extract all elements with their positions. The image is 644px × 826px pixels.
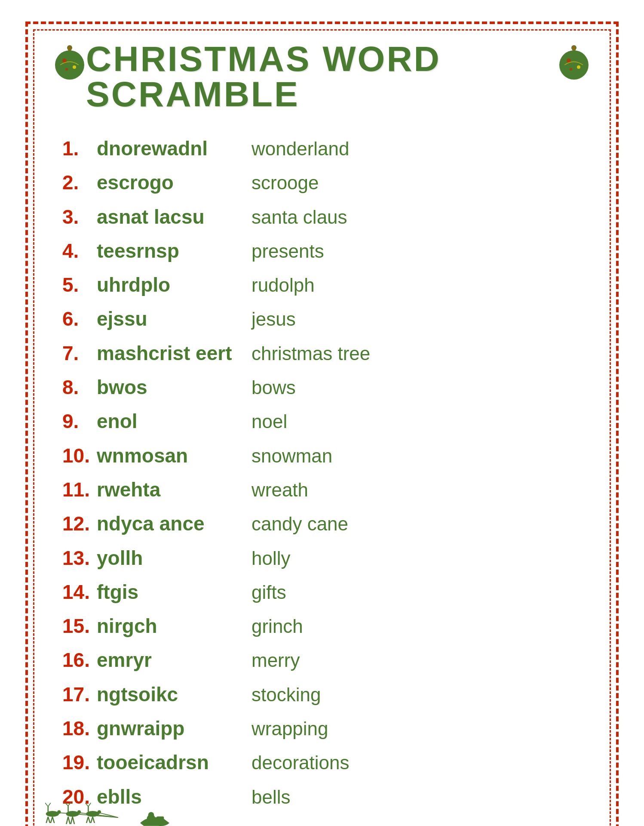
svg-line-21 [93,817,95,823]
item-number: 16. [62,645,97,675]
answer-word: gifts [251,578,423,607]
list-item: 2.escrogoscrooge [62,167,590,198]
item-number: 6. [62,304,97,334]
svg-line-41 [48,817,50,823]
item-number: 8. [62,372,97,403]
scrambled-word: escrogo [97,167,251,198]
scrambled-word: nirgch [97,611,251,641]
list-item: 11.rwehtawreath [62,475,590,505]
list-item: 19.tooeicadrsndecorations [62,747,590,778]
word-list: 1.dnorewadnlwonderland2.escrogoscrooge3.… [62,133,590,812]
list-item: 12.ndyca ancecandy cane [62,509,590,539]
item-number: 10. [62,441,97,471]
svg-rect-1 [68,46,71,51]
svg-line-36 [48,803,51,807]
item-number: 14. [62,577,97,607]
svg-line-27 [68,802,71,806]
list-item: 13.yollhholly [62,543,590,573]
item-number: 7. [62,338,97,369]
svg-line-18 [88,803,91,807]
item-number: 2. [62,167,97,198]
item-number: 1. [62,133,97,164]
scrambled-word: enol [97,406,251,437]
scrambled-word: mashcrist eert [97,338,251,369]
answer-word: santa claus [251,203,423,232]
list-item: 16.emryrmerry [62,645,590,675]
list-item: 15.nirgchgrinch [62,611,590,641]
answer-word: snowman [251,441,423,471]
svg-rect-14 [156,817,164,825]
answer-word: noel [251,407,423,436]
scrambled-word: asnat lacsu [97,202,251,232]
svg-point-2 [55,50,84,80]
answer-word: rudolph [251,271,423,300]
list-item: 9.enolnoel [62,406,590,437]
list-item: 17.ngtsoikcstocking [62,679,590,710]
item-number: 13. [62,543,97,573]
svg-line-26 [64,802,68,806]
page-container: CHRISTMAS WORD SCRAMBLE 1.dnorewadnlwond… [25,22,619,826]
item-number: 17. [62,679,97,710]
page-title: CHRISTMAS WORD SCRAMBLE [86,41,558,112]
answer-word: presents [251,237,423,266]
item-number: 18. [62,713,97,744]
answer-word: wonderland [251,134,423,163]
list-item: 7.mashcrist eertchristmas tree [62,338,590,369]
svg-point-5 [65,68,68,71]
svg-line-39 [52,817,54,823]
list-item: 8.bwosbows [62,372,590,403]
item-number: 12. [62,509,97,539]
scrambled-word: yollh [97,543,251,573]
ornament-left-icon [54,41,86,85]
item-number: 9. [62,406,97,437]
svg-point-28 [77,810,81,814]
list-item: 10.wnmosansnowman [62,441,590,471]
list-item: 5.uhrdplorudolph [62,270,590,300]
svg-point-37 [57,810,61,814]
svg-line-23 [88,817,90,823]
answer-word: bells [251,783,423,812]
bottom-decoration [45,790,191,826]
answer-word: wreath [251,475,423,505]
item-number: 15. [62,611,97,641]
scrambled-word: emryr [97,645,251,675]
list-item: 3.asnat lacsusanta claus [62,202,590,232]
scrambled-word: teesrnsp [97,236,251,266]
answer-word: stocking [251,680,423,709]
svg-point-10 [577,65,580,69]
ornament-right-icon [558,41,590,85]
scrambled-word: ftgis [97,577,251,607]
answer-word: merry [251,646,423,675]
answer-word: jesus [251,305,423,334]
svg-point-8 [559,50,589,80]
list-item: 4.teesrnsppresents [62,236,590,266]
item-number: 3. [62,202,97,232]
list-item: 18.gnwraippwrapping [62,713,590,744]
scrambled-word: rwehta [97,475,251,505]
answer-word: grinch [251,612,423,641]
scrambled-word: ndyca ance [97,509,251,539]
answer-word: scrooge [251,168,423,197]
title-row: CHRISTMAS WORD SCRAMBLE [54,37,590,125]
svg-point-4 [73,65,76,69]
scrambled-word: bwos [97,372,251,403]
svg-line-32 [68,817,70,824]
scrambled-word: uhrdplo [97,270,251,300]
svg-line-30 [73,817,74,824]
list-item: 14.ftgisgifts [62,577,590,607]
scrambled-word: ngtsoikc [97,679,251,710]
svg-point-11 [570,68,572,71]
scrambled-word: wnmosan [97,441,251,471]
svg-line-35 [45,803,48,807]
svg-rect-7 [572,46,576,51]
item-number: 5. [62,270,97,300]
scrambled-word: dnorewadnl [97,133,251,164]
svg-point-13 [148,812,154,818]
item-number: 4. [62,236,97,266]
answer-word: holly [251,544,423,573]
answer-word: bows [251,373,423,402]
answer-word: decorations [251,748,423,777]
item-number: 19. [62,747,97,778]
answer-word: candy cane [251,509,423,539]
answer-word: wrapping [251,714,423,743]
